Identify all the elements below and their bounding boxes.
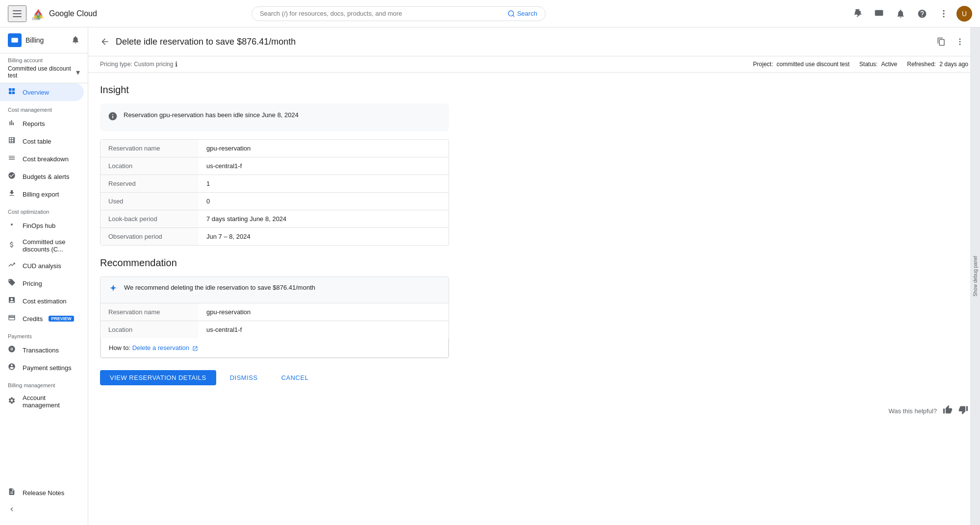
table-cell-label: Reservation name xyxy=(101,140,199,157)
help-button[interactable] xyxy=(913,5,931,23)
billing-account-label: Billing account xyxy=(8,57,80,63)
sidebar-item-release-notes[interactable]: Release Notes xyxy=(0,484,84,501)
sidebar-item-budgets-alerts[interactable]: Budgets & alerts xyxy=(0,168,84,185)
help-icon xyxy=(917,9,927,19)
pin-button[interactable] xyxy=(849,5,866,23)
table-cell-label: Location xyxy=(101,157,199,175)
dismiss-button[interactable]: DISMISS xyxy=(220,370,268,385)
more-page-options-button[interactable] xyxy=(952,33,968,50)
more-options-button[interactable] xyxy=(935,5,953,23)
table-row: Reservation name gpu-reservation xyxy=(101,303,449,321)
cost-management-section-label: Cost management xyxy=(0,101,88,115)
svg-point-10 xyxy=(959,44,961,45)
pricing-icon xyxy=(8,278,18,288)
sidebar-item-reports[interactable]: Reports xyxy=(0,115,84,132)
table-cell-label: Used xyxy=(101,193,199,210)
feedback-label: Was this helpful? xyxy=(888,407,937,415)
sidebar-item-pricing[interactable]: Pricing xyxy=(0,275,84,292)
chevron-down-icon: ▾ xyxy=(76,68,80,77)
sidebar-item-overview[interactable]: Overview xyxy=(0,83,84,101)
thumbs-down-button[interactable] xyxy=(958,405,968,417)
sidebar-item-transactions-label: Transactions xyxy=(23,347,59,354)
search-input[interactable] xyxy=(260,10,503,17)
pricing-info-icon[interactable]: ℹ xyxy=(175,60,177,68)
sidebar-item-transactions[interactable]: Transactions xyxy=(0,341,84,359)
table-cell-label: Look-back period xyxy=(101,210,199,228)
cloud-shell-button[interactable] xyxy=(870,5,888,23)
estimation-icon xyxy=(8,296,18,306)
budget-icon xyxy=(8,172,18,181)
table-cell-value: gpu-reservation xyxy=(199,140,449,157)
refreshed-info: Refreshed: 2 days ago xyxy=(905,61,968,68)
search-button[interactable]: Search xyxy=(507,10,537,18)
bell-icon xyxy=(71,35,80,44)
content-area: Insight Reservation gpu-reservation has … xyxy=(88,73,461,397)
back-button[interactable] xyxy=(100,37,110,47)
billing-header: Billing xyxy=(0,27,88,53)
payments-section-label: Payments xyxy=(0,327,88,341)
sidebar-item-cost-breakdown[interactable]: Cost breakdown xyxy=(0,150,84,168)
collapse-icon xyxy=(8,505,16,513)
sidebar-item-cost-table[interactable]: Cost table xyxy=(0,132,84,150)
billing-account-name: Committed use discount test xyxy=(8,65,74,79)
insight-info-message: Reservation gpu-reservation has been idl… xyxy=(124,111,299,119)
sidebar-item-cost-estimation[interactable]: Cost estimation xyxy=(0,292,84,310)
sidebar-item-committed-use[interactable]: Committed use discounts (C... xyxy=(0,234,84,257)
svg-point-5 xyxy=(943,16,944,17)
sidebar-item-credits-label: Credits xyxy=(23,315,43,323)
sidebar-item-finops-hub-label: FinOps hub xyxy=(23,222,55,229)
table-row: Look-back period 7 days starting June 8,… xyxy=(101,210,449,228)
svg-point-7 xyxy=(11,224,13,225)
breakdown-icon xyxy=(8,154,18,164)
cud-icon xyxy=(8,261,18,271)
table-cell-value: us-central1-f xyxy=(199,321,449,339)
table-row: Used 0 xyxy=(101,193,449,210)
menu-button[interactable] xyxy=(8,5,26,22)
thumbs-up-icon xyxy=(943,405,953,415)
sidebar-item-finops-hub[interactable]: FinOps hub xyxy=(0,217,84,234)
table-icon xyxy=(8,136,18,146)
notifications-button[interactable] xyxy=(892,5,909,23)
sidebar-item-cud-analysis[interactable]: CUD analysis xyxy=(0,257,84,275)
action-buttons: VIEW RESERVATION DETAILS DISMISS CANCEL xyxy=(100,370,449,385)
sidebar-item-payment-settings-label: Payment settings xyxy=(23,364,72,372)
billing-account-selector[interactable]: Committed use discount test ▾ xyxy=(8,65,80,79)
debug-panel-label: Show debug panel xyxy=(973,256,978,297)
google-cloud-logo: Cloud Google Cloud xyxy=(30,6,97,22)
header-left: Cloud Google Cloud xyxy=(8,5,97,22)
header-right: U xyxy=(849,5,972,23)
delete-reservation-link[interactable]: Delete a reservation xyxy=(132,344,198,351)
thumbs-up-button[interactable] xyxy=(943,405,953,417)
status-info: Status: Active xyxy=(857,61,897,68)
copy-button[interactable] xyxy=(933,33,950,50)
svg-point-9 xyxy=(959,41,961,43)
debug-panel[interactable]: Show debug panel xyxy=(970,27,980,525)
svg-rect-6 xyxy=(11,38,18,42)
insight-table-wrapper: Reservation name gpu-reservation Locatio… xyxy=(100,139,449,246)
main-content: Delete idle reservation to save $876.41/… xyxy=(88,27,980,525)
sidebar-item-billing-export[interactable]: Billing export xyxy=(0,185,84,203)
status-value: Active xyxy=(881,61,898,68)
recommendation-info-box: We recommend deleting the idle reservati… xyxy=(101,277,449,303)
sidebar-item-payment-settings[interactable]: Payment settings xyxy=(0,359,84,376)
sidebar-item-credits[interactable]: Credits PREVIEW xyxy=(0,310,84,327)
cancel-button[interactable]: CANCEL xyxy=(272,370,319,385)
refreshed-value: 2 days ago xyxy=(939,61,968,68)
table-cell-value: 7 days starting June 8, 2024 xyxy=(199,210,449,228)
svg-point-8 xyxy=(959,38,961,40)
sidebar-item-cost-table-label: Cost table xyxy=(23,138,51,145)
billing-notifications-button[interactable] xyxy=(71,35,80,46)
view-reservation-details-button[interactable]: VIEW RESERVATION DETAILS xyxy=(100,370,216,385)
notifications-icon xyxy=(896,9,905,19)
search-icon xyxy=(507,10,515,18)
sidebar-item-account-management[interactable]: Account management xyxy=(0,390,84,413)
sidebar-collapse-button[interactable] xyxy=(0,501,88,517)
transactions-icon xyxy=(8,345,18,355)
cloud-shell-icon xyxy=(874,9,884,19)
user-avatar[interactable]: U xyxy=(956,6,972,22)
recommendation-table: Reservation name gpu-reservation Locatio… xyxy=(101,303,449,338)
search-bar: Search xyxy=(251,6,546,21)
recommendation-block: We recommend deleting the idle reservati… xyxy=(100,276,449,358)
grid-icon xyxy=(8,87,18,97)
sidebar-item-pricing-label: Pricing xyxy=(23,280,42,287)
